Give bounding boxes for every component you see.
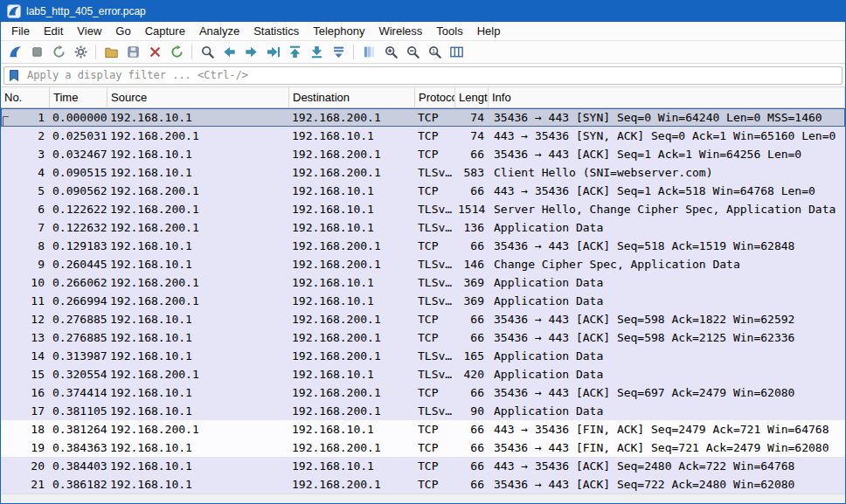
column-header-source[interactable]: Source: [107, 87, 289, 107]
stop-icon: [30, 45, 45, 59]
cell-info: Application Data: [489, 273, 845, 292]
cell-destination: 192.168.200.1: [289, 108, 415, 127]
column-header-no[interactable]: No.: [1, 87, 50, 107]
cell-info: 443 → 35436 [ACK] Seq=1 Ack=518 Win=6476…: [489, 182, 845, 200]
auto-scroll-button[interactable]: [328, 43, 349, 62]
cell-destination: 192.168.10.1: [289, 420, 415, 438]
menu-item-wireless[interactable]: Wireless: [371, 23, 429, 39]
packet-row[interactable]: 160.374414192.168.10.1192.168.200.1TCP66…: [1, 383, 845, 402]
packet-row[interactable]: 120.276885192.168.10.1192.168.200.1TCP66…: [1, 310, 845, 328]
menu-item-statistics[interactable]: Statistics: [246, 23, 306, 39]
packet-row[interactable]: 180.381264192.168.200.1192.168.10.1TCP66…: [1, 420, 845, 438]
find-packet-button[interactable]: [197, 43, 218, 62]
packet-row[interactable]: 40.090515192.168.10.1192.168.200.1TLSv…5…: [1, 163, 845, 182]
menu-item-telephony[interactable]: Telephony: [306, 23, 371, 39]
packet-row[interactable]: 110.266994192.168.200.1192.168.10.1TLSv……: [1, 292, 845, 310]
zoom-in-button[interactable]: [380, 43, 401, 62]
toolbar-separator: [353, 45, 354, 59]
open-file-button[interactable]: [101, 43, 121, 62]
cell-source: 192.168.200.1: [107, 420, 289, 438]
cell-protocol: TCP: [415, 438, 455, 457]
packet-row[interactable]: 100.266062192.168.200.1192.168.10.1TLSv……: [1, 273, 845, 292]
menu-item-go[interactable]: Go: [108, 23, 137, 39]
reload-file-button[interactable]: [166, 43, 187, 62]
go-first-packet-button[interactable]: [284, 43, 305, 62]
menu-item-help[interactable]: Help: [470, 23, 508, 39]
cell-destination: 192.168.200.1: [289, 237, 415, 255]
packet-row[interactable]: 210.386182192.168.10.1192.168.200.1TCP66…: [1, 475, 845, 494]
zoom-out-button[interactable]: [402, 43, 423, 62]
menu-item-analyze[interactable]: Analyze: [192, 23, 246, 39]
cell-source: 192.168.10.1: [107, 108, 289, 127]
cell-source: 192.168.200.1: [107, 365, 289, 383]
packet-row[interactable]: 50.090562192.168.200.1192.168.10.1TCP664…: [1, 182, 845, 200]
cell-no: 7: [1, 218, 50, 237]
auto-scroll-icon: [331, 45, 346, 59]
colorize-button[interactable]: [358, 43, 379, 62]
packet-row[interactable]: 70.122632192.168.200.1192.168.10.1TLSv…1…: [1, 218, 845, 237]
packet-row[interactable]: 140.313987192.168.10.1192.168.200.1TLSv……: [1, 347, 845, 365]
cell-info: 35436 → 443 [ACK] Seq=1 Ack=1 Win=64256 …: [489, 145, 845, 163]
go-back-button[interactable]: [218, 43, 239, 62]
column-header-protocol[interactable]: Protocol: [415, 87, 455, 107]
packet-row[interactable]: 30.032467192.168.10.1192.168.200.1TCP663…: [1, 145, 845, 163]
capture-options-button[interactable]: [70, 43, 91, 62]
cell-time: 0.266062: [50, 273, 107, 292]
go-last-packet-button[interactable]: [306, 43, 327, 62]
menu-item-capture[interactable]: Capture: [138, 23, 192, 39]
cell-protocol: TLSv…: [415, 273, 455, 292]
packet-row[interactable]: 200.384403192.168.10.1192.168.10.1TCP664…: [1, 457, 845, 475]
start-capture-button[interactable]: [4, 43, 25, 62]
cell-time: 0.384403: [50, 457, 107, 475]
packet-row[interactable]: 90.260445192.168.10.1192.168.200.1TLSv…1…: [1, 255, 845, 273]
cell-protocol: TLSv…: [415, 347, 455, 365]
cell-info: Server Hello, Change Cipher Spec, Applic…: [489, 200, 845, 218]
packet-row[interactable]: 60.122622192.168.200.1192.168.10.1TLSv…1…: [1, 200, 845, 218]
cell-protocol: TLSv…: [415, 365, 455, 383]
packet-row[interactable]: 130.276885192.168.10.1192.168.200.1TCP66…: [1, 328, 845, 347]
cell-destination: 192.168.200.1: [289, 383, 415, 402]
zoom-reset-button[interactable]: 1: [424, 43, 445, 62]
cell-protocol: TCP: [415, 145, 455, 163]
packet-row[interactable]: 170.381105192.168.10.1192.168.200.1TLSv……: [1, 402, 845, 420]
menu-item-edit[interactable]: Edit: [37, 23, 70, 39]
packet-row[interactable]: 80.129183192.168.10.1192.168.200.1TCP663…: [1, 237, 845, 255]
menu-item-tools[interactable]: Tools: [429, 23, 469, 39]
cell-destination: 192.168.10.1: [289, 127, 415, 145]
cell-info: Change Cipher Spec, Application Data: [489, 255, 845, 273]
stop-capture-button[interactable]: [26, 43, 47, 62]
reload-icon: [170, 45, 184, 59]
column-header-destination[interactable]: Destination: [289, 87, 415, 107]
restart-icon: [52, 45, 66, 59]
cell-time: 0.025031: [50, 127, 107, 145]
filter-bookmark-icon[interactable]: [8, 69, 20, 82]
cell-time: 0.386182: [50, 475, 107, 494]
close-file-button[interactable]: [144, 43, 165, 62]
menu-item-view[interactable]: View: [70, 23, 108, 39]
conversation-start-marker: [3, 116, 9, 126]
resize-columns-button[interactable]: [446, 43, 467, 62]
restart-capture-button[interactable]: [48, 43, 69, 62]
cell-destination: 192.168.200.1: [289, 163, 415, 182]
column-header-length[interactable]: Length: [455, 87, 489, 107]
cell-destination: 192.168.200.1: [289, 255, 415, 273]
packet-list: 10.000000192.168.10.1192.168.200.1TCP743…: [1, 108, 845, 494]
column-header-info[interactable]: Info: [489, 87, 845, 107]
column-header-time[interactable]: Time: [50, 87, 107, 107]
packet-row[interactable]: 20.025031192.168.200.1192.168.10.1TCP744…: [1, 127, 845, 145]
cell-no: 16: [1, 383, 50, 402]
packet-row[interactable]: 190.384363192.168.10.1192.168.200.1TCP66…: [1, 438, 845, 457]
cell-no: 11: [1, 292, 50, 310]
display-filter-input[interactable]: [3, 66, 843, 85]
packet-row[interactable]: 150.320554192.168.200.1192.168.10.1TLSv……: [1, 365, 845, 383]
cell-info: 35436 → 443 [ACK] Seq=722 Ack=2480 Win=6…: [489, 475, 845, 494]
cell-info: 35436 → 443 [ACK] Seq=598 Ack=1822 Win=6…: [489, 310, 845, 328]
save-file-button[interactable]: [122, 43, 143, 62]
packet-row[interactable]: 10.000000192.168.10.1192.168.200.1TCP743…: [1, 108, 845, 127]
go-forward-button[interactable]: [240, 43, 261, 62]
go-to-packet-button[interactable]: [262, 43, 283, 62]
cell-source: 192.168.10.1: [107, 163, 289, 182]
cell-time: 0.384363: [50, 438, 107, 457]
menu-item-file[interactable]: File: [4, 23, 37, 39]
cell-length: 66: [455, 420, 489, 438]
